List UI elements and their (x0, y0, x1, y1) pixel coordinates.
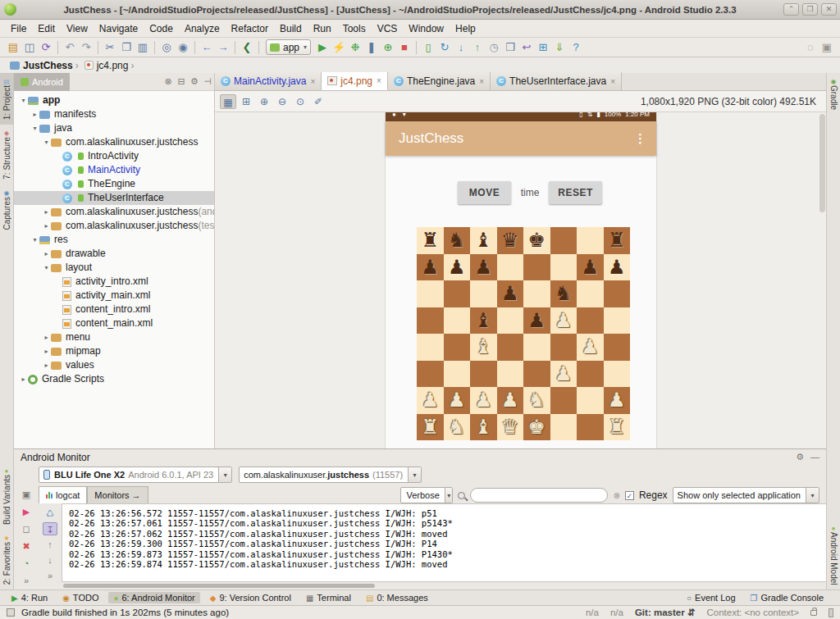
color-picker-icon[interactable]: ✐ (310, 94, 326, 109)
minimize-button[interactable]: ⌃ (783, 3, 799, 16)
collapse-all-icon[interactable]: ⊟ (175, 76, 188, 87)
toolwindow-button-run[interactable]: ▶4: Run (7, 592, 52, 603)
vcs-history-icon[interactable]: ◷ (486, 40, 502, 55)
screen-record-icon[interactable]: ▶ (19, 505, 34, 518)
tree-item-gradle-scripts[interactable]: ▸Gradle Scripts (14, 372, 214, 386)
toolwindow-button-todo[interactable]: ◉TODO (57, 592, 103, 603)
breadcrumb-file[interactable]: jc4.png (97, 60, 129, 71)
toolwindow-button-android-monitor[interactable]: ●6: Android Monitor (108, 592, 199, 603)
stop-icon[interactable]: ■ (396, 40, 413, 55)
tree-item-menu[interactable]: ▸menu (14, 330, 214, 344)
terminate-app-icon[interactable]: ✖ (19, 539, 34, 553)
toolwindow-switcher-icon[interactable] (7, 608, 15, 617)
menu-edit[interactable]: Edit (32, 21, 61, 36)
tree-item-com-alaskalinuxuser-justchess[interactable]: ▾com.alaskalinuxuser.justchess (14, 135, 214, 149)
vcs-update-icon[interactable]: ↓ (453, 40, 469, 55)
back-icon[interactable]: ← (199, 40, 215, 55)
settings-gear-icon[interactable]: ⚙ (796, 452, 804, 462)
run-icon[interactable]: ▶ (314, 40, 331, 55)
tab-mainactivity-java[interactable]: CMainActivity.java× (215, 72, 322, 90)
expand-arrow-icon[interactable]: ▸ (42, 247, 51, 261)
tool-stripe-build-variants[interactable]: ●Build Variants (2, 462, 11, 530)
sdk-manager-icon[interactable]: ⇓ (551, 40, 568, 55)
expand-arrow-icon[interactable]: ▾ (42, 135, 51, 149)
diff-icon[interactable]: ❒ (502, 40, 518, 55)
profile-icon[interactable]: ❚ (363, 40, 380, 55)
project-view-selector[interactable]: Android (14, 73, 70, 91)
save-all-icon[interactable]: ◫ (21, 40, 38, 55)
close-tab-icon[interactable]: × (310, 77, 315, 86)
tab-logcat[interactable]: logcat (39, 486, 87, 503)
tree-item-drawable[interactable]: ▸drawable (14, 247, 214, 261)
toolwindow-button-terminal[interactable]: ▦Terminal (301, 592, 356, 603)
tab-theengine-java[interactable]: CTheEngine.java× (388, 72, 491, 90)
tool-stripe-captures[interactable]: ◉Captures (2, 184, 11, 235)
tab-theuserinterface-java[interactable]: CTheUserInterface.java× (491, 72, 622, 90)
tree-item-introactivity[interactable]: CIntroActivity (14, 149, 214, 163)
expand-arrow-icon[interactable]: ▸ (42, 344, 51, 358)
menu-refactor[interactable]: Refactor (226, 21, 274, 36)
tree-item-manifests[interactable]: ▸manifests (14, 107, 214, 121)
synchronize-icon[interactable]: ⟳ (38, 40, 54, 55)
hide-panel-icon[interactable]: ⊣ (201, 76, 214, 87)
zoom-in-icon[interactable]: ⊕ (256, 94, 272, 109)
tab-monitors[interactable]: Monitors → (87, 486, 148, 503)
revert-icon[interactable]: ↩ (518, 40, 535, 55)
grid-icon[interactable]: ⊞ (238, 94, 254, 109)
down-stack-trace-icon[interactable]: ↓ (43, 553, 57, 567)
lock-icon[interactable] (810, 610, 817, 616)
cut-icon[interactable]: ✂ (102, 40, 118, 55)
menu-tools[interactable]: Tools (337, 21, 372, 36)
tree-item-theengine[interactable]: CTheEngine (14, 177, 214, 191)
paste-icon[interactable]: ▥ (135, 40, 151, 55)
debug-icon[interactable]: ❉ (347, 40, 363, 55)
tree-item-theuserinterface[interactable]: CTheUserInterface (14, 191, 214, 205)
close-view-icon[interactable]: ⊗ (162, 76, 175, 87)
device-selector[interactable]: BLU Life One X2 Android 6.0.1, API 23 ▾ (39, 467, 232, 483)
expand-arrow-icon[interactable]: ▸ (42, 330, 51, 344)
menu-help[interactable]: Help (450, 21, 482, 36)
system-info-icon[interactable]: ◔ (19, 557, 34, 570)
avd-manager-icon[interactable]: ▯ (420, 40, 436, 55)
toolwindow-button-messages[interactable]: ▤0: Messages (361, 592, 433, 603)
expand-arrow-icon[interactable]: ▸ (30, 107, 39, 121)
more-icon[interactable]: » (19, 574, 34, 587)
tab-jc4-png[interactable]: jc4.png× (322, 72, 388, 90)
tool-stripe----favorites[interactable]: ★2: Favorites (2, 530, 11, 589)
attach-debugger-icon[interactable]: ⊕ (380, 40, 396, 55)
logcat-horizontal-scrollbar[interactable] (39, 582, 826, 589)
tree-item-content-main-xml[interactable]: content_main.xml (14, 316, 214, 330)
screenshot-icon[interactable]: ▣ (19, 488, 34, 501)
expand-arrow-icon[interactable]: ▸ (19, 372, 28, 386)
toolwindow-button-event-log[interactable]: ○Event Log (682, 592, 741, 603)
redo-icon[interactable]: ↷ (78, 40, 94, 55)
logcat-filter-dropdown[interactable]: Show only selected application ▾ (673, 487, 819, 503)
regex-checkbox[interactable]: ✓ (625, 491, 634, 500)
run-configuration-dropdown[interactable]: app▾ (266, 39, 311, 55)
tree-item-mainactivity[interactable]: CMainActivity (14, 163, 214, 177)
tree-item-com-alaskalinuxuser-justchess[interactable]: ▸com.alaskalinuxuser.justchess (test (14, 219, 214, 233)
tree-item-mipmap[interactable]: ▸mipmap (14, 344, 214, 358)
toolwindow-button-gradle-console[interactable]: ❒Gradle Console (746, 592, 829, 603)
tree-item-app[interactable]: ▾app (14, 93, 214, 107)
toolwindow-button-version-control[interactable]: ◆9: Version Control (205, 592, 296, 603)
undo-icon[interactable]: ↶ (62, 40, 78, 55)
forward-icon[interactable]: → (215, 40, 231, 55)
tree-item-activity-intro-xml[interactable]: activity_intro.xml (14, 275, 214, 289)
more-icon[interactable]: » (43, 569, 57, 582)
project-structure-icon[interactable]: ⊞ (535, 40, 551, 55)
tool-stripe----structure[interactable]: ◈7: Structure (2, 125, 11, 184)
editor-scrollbar[interactable] (819, 114, 825, 212)
hide-panel-icon[interactable]: — (810, 452, 819, 462)
replace-icon[interactable]: ◉ (175, 40, 191, 55)
menu-run[interactable]: Run (308, 21, 337, 36)
menu-file[interactable]: File (5, 21, 32, 36)
open-project-icon[interactable]: ▤ (5, 40, 21, 55)
breadcrumb-project[interactable]: JustChess (23, 60, 73, 71)
clear-search-icon[interactable]: ⊗ (613, 491, 619, 500)
tree-item-res[interactable]: ▾res (14, 233, 214, 247)
search-everywhere-icon[interactable]: ◌ (802, 40, 819, 55)
tree-item-com-alaskalinuxuser-justchess[interactable]: ▸com.alaskalinuxuser.justchess (andr (14, 205, 214, 219)
menu-build[interactable]: Build (274, 21, 308, 36)
expand-arrow-icon[interactable]: ▸ (42, 205, 51, 219)
